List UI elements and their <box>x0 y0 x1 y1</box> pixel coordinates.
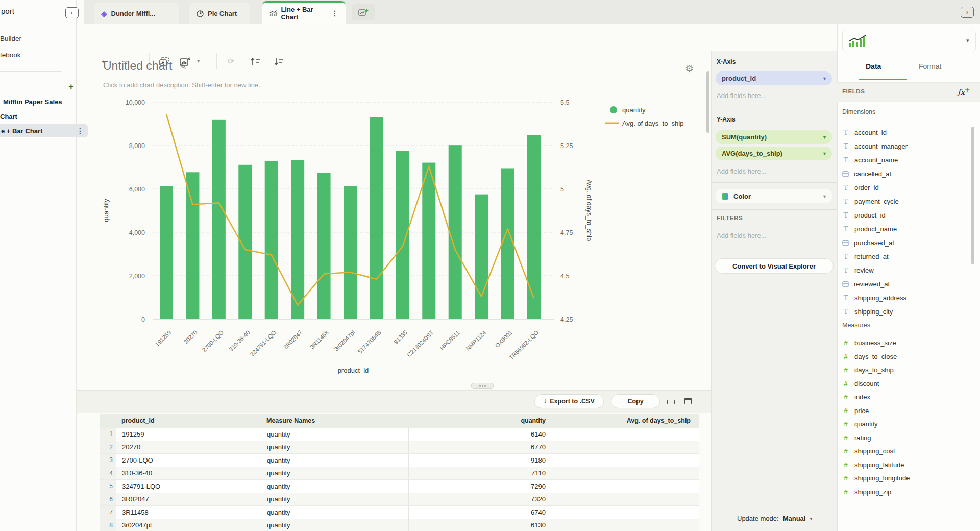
measure-item[interactable]: #days_to_close <box>842 350 970 364</box>
number-type-icon: # <box>842 420 849 428</box>
field-label: business_size <box>854 339 896 347</box>
number-type-icon: # <box>842 339 849 347</box>
number-type-icon: # <box>842 434 849 442</box>
field-label: discount <box>854 380 879 388</box>
measures-list: #business_size#days_to_close#days_to_shi… <box>0 0 980 531</box>
number-type-icon: # <box>842 380 849 388</box>
field-label: shipping_cost <box>854 447 895 455</box>
field-label: days_to_ship <box>854 366 894 374</box>
measure-item[interactable]: #shipping_cost <box>842 444 970 458</box>
measure-item[interactable]: #days_to_ship <box>842 363 970 377</box>
measure-item[interactable]: #rating <box>842 431 970 445</box>
number-type-icon: # <box>842 488 849 496</box>
measure-item[interactable]: #discount <box>842 377 970 391</box>
measure-item[interactable]: #price <box>842 404 970 418</box>
measure-item[interactable]: #shipping_latitude <box>842 458 970 472</box>
number-type-icon: # <box>842 353 849 360</box>
field-label: index <box>854 393 870 401</box>
number-type-icon: # <box>842 366 849 374</box>
field-label: shipping_zip <box>854 488 891 496</box>
number-type-icon: # <box>842 393 849 401</box>
number-type-icon: # <box>842 447 849 455</box>
number-type-icon: # <box>842 461 849 469</box>
measure-item[interactable]: #index <box>842 390 970 404</box>
field-label: quantity <box>854 420 878 428</box>
number-type-icon: # <box>842 407 849 415</box>
measure-item[interactable]: #shipping_longitude <box>842 471 970 485</box>
field-label: shipping_longitude <box>854 474 910 482</box>
field-label: price <box>854 407 869 415</box>
fields-panel-content: Quick charts Line + Bar ▾ Data Format FI… <box>0 0 980 531</box>
field-label: rating <box>854 434 871 442</box>
field-label: shipping_latitude <box>854 461 904 469</box>
field-label: days_to_close <box>854 353 897 360</box>
measure-item[interactable]: #quantity <box>842 417 970 431</box>
number-type-icon: # <box>842 474 849 482</box>
measure-item[interactable]: #shipping_zip <box>842 485 970 499</box>
measure-item[interactable]: #business_size <box>842 336 970 350</box>
